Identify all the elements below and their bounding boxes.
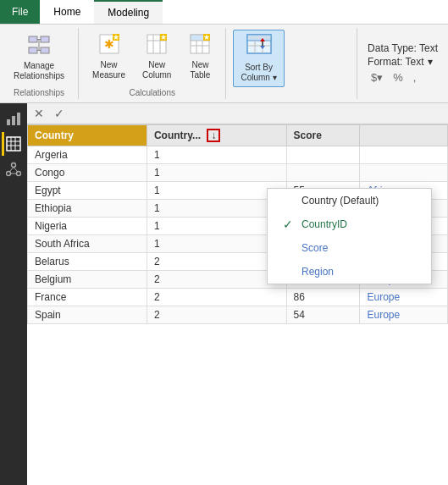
group-calculations: ✱ ★ NewMeasure: [79, 28, 226, 99]
check-countryid-icon: ✓: [281, 218, 295, 231]
tab-home[interactable]: Home: [40, 0, 94, 24]
dropdown-item-score[interactable]: Score: [268, 236, 431, 260]
group-sort: Sort ByColumn ▾: [226, 28, 290, 99]
sidebar-icon-data[interactable]: [2, 132, 25, 156]
sort-arrow-icon: ↓: [207, 129, 220, 142]
new-measure-button[interactable]: ✱ ★ NewMeasure: [86, 30, 132, 84]
cell-countryid: 1: [147, 200, 286, 218]
cell-country: Belarus: [28, 253, 147, 271]
sort-by-column-icon: [246, 34, 272, 61]
cell-countryid: 1: [147, 235, 286, 253]
cancel-button[interactable]: ✕: [30, 105, 47, 122]
check-region-icon: [281, 265, 295, 278]
new-table-button[interactable]: ★ NewTable: [181, 30, 218, 84]
format-label: Format: Text: [368, 56, 423, 68]
col-header-country[interactable]: Country: [28, 125, 147, 146]
sidebar-icon-report[interactable]: [2, 107, 25, 130]
sidebar-icon-model[interactable]: [2, 157, 25, 181]
svg-rect-2: [29, 47, 37, 53]
data-type-row: Data Type: Text: [368, 42, 438, 54]
svg-point-40: [12, 163, 16, 168]
group-calculations-label: Calculations: [129, 85, 174, 97]
currency-row: $▾ % ,: [368, 69, 438, 85]
svg-point-41: [7, 172, 11, 176]
svg-rect-25: [247, 35, 271, 41]
col-header-region[interactable]: [360, 125, 448, 146]
sort-by-column-label: Sort ByColumn ▾: [241, 63, 276, 83]
dropdown-label-countryid: CountryID: [301, 218, 347, 230]
ribbon: File Home Modeling: [0, 0, 448, 103]
table-row: Argeria1: [28, 146, 448, 164]
format-row: Format: Text ▾: [368, 56, 438, 68]
table-area: ✕ ✓ Country Country... ↓ Score: [27, 103, 448, 485]
cell-region: Europe: [360, 306, 448, 324]
svg-text:★: ★: [160, 33, 167, 41]
cell-region: [360, 146, 448, 164]
table-row: Congo1: [28, 164, 448, 182]
cell-countryid: 2: [147, 253, 286, 271]
cell-country: Congo: [28, 164, 147, 182]
calculations-items: ✱ ★ NewMeasure: [86, 30, 218, 85]
new-measure-label: NewMeasure: [92, 60, 125, 80]
cell-countryid: 1: [147, 146, 286, 164]
cell-country: South Africa: [28, 235, 147, 253]
cell-countryid: 2: [147, 271, 286, 289]
svg-rect-0: [29, 36, 37, 42]
dropdown-label-country-default: Country (Default): [301, 195, 379, 207]
col-header-countryid[interactable]: Country... ↓: [147, 125, 286, 146]
group-relationships: ManageRelationships Relationships: [0, 28, 79, 99]
manage-relationships-label: ManageRelationships: [14, 61, 64, 81]
group-relationships-label: Relationships: [14, 85, 64, 97]
currency-comma-button[interactable]: ,: [410, 69, 420, 85]
col-header-score[interactable]: Score: [286, 125, 360, 146]
table-row: Spain254Europe: [28, 306, 448, 324]
new-measure-icon: ✱ ★: [98, 33, 120, 58]
svg-text:★: ★: [203, 33, 210, 41]
svg-line-43: [9, 168, 14, 173]
relationships-items: ManageRelationships: [7, 30, 71, 85]
svg-rect-33: [12, 116, 15, 125]
ribbon-right: Data Type: Text Format: Text ▾ $▾ % ,: [357, 28, 448, 99]
cell-score: [286, 146, 360, 164]
cell-countryid: 2: [147, 289, 286, 306]
svg-text:★: ★: [113, 33, 119, 41]
confirm-button[interactable]: ✓: [51, 105, 68, 122]
svg-rect-1: [41, 36, 49, 42]
cell-region: Europe: [360, 289, 448, 306]
check-country-default-icon: [281, 194, 295, 207]
cell-country: Ethiopia: [28, 200, 147, 218]
cell-countryid: 1: [147, 182, 286, 200]
tab-file[interactable]: File: [0, 0, 40, 24]
svg-rect-32: [7, 119, 10, 125]
svg-rect-34: [17, 113, 20, 125]
cell-score: 54: [286, 306, 360, 324]
currency-dollar-button[interactable]: $▾: [368, 69, 386, 85]
svg-line-44: [14, 168, 18, 173]
dropdown-item-countryid[interactable]: ✓ CountryID: [268, 212, 431, 236]
manage-relationships-button[interactable]: ManageRelationships: [7, 30, 71, 85]
new-column-icon: ★: [146, 33, 168, 58]
sort-by-column-button[interactable]: Sort ByColumn ▾: [233, 30, 284, 87]
new-column-button[interactable]: ★ NewColumn: [136, 30, 178, 84]
dropdown-item-region[interactable]: Region: [268, 260, 431, 284]
dropdown-item-country-default[interactable]: Country (Default): [268, 189, 431, 212]
sort-dropdown-menu: Country (Default) ✓ CountryID Score Regi…: [267, 188, 432, 284]
cell-countryid: 1: [147, 164, 286, 182]
data-type-label: Data Type: Text: [368, 42, 438, 54]
cell-region: [360, 164, 448, 182]
ribbon-content: ManageRelationships Relationships ✱ ★: [0, 25, 448, 102]
tab-modeling[interactable]: Modeling: [94, 0, 163, 24]
svg-rect-35: [7, 137, 20, 151]
new-table-icon: ★: [189, 33, 211, 58]
currency-percent-button[interactable]: %: [390, 69, 407, 85]
check-score-icon: [281, 241, 295, 255]
sidebar: [0, 103, 27, 485]
cell-country: France: [28, 289, 147, 306]
data-table-container: Country Country... ↓ Score Argeria1Congo…: [27, 124, 448, 485]
dropdown-label-region: Region: [301, 266, 334, 278]
format-dropdown-arrow[interactable]: ▾: [428, 56, 433, 68]
table-header-row: Country Country... ↓ Score: [28, 125, 448, 146]
svg-point-42: [17, 172, 21, 176]
cell-score: 86: [286, 289, 360, 306]
cell-country: Nigeria: [28, 218, 147, 235]
